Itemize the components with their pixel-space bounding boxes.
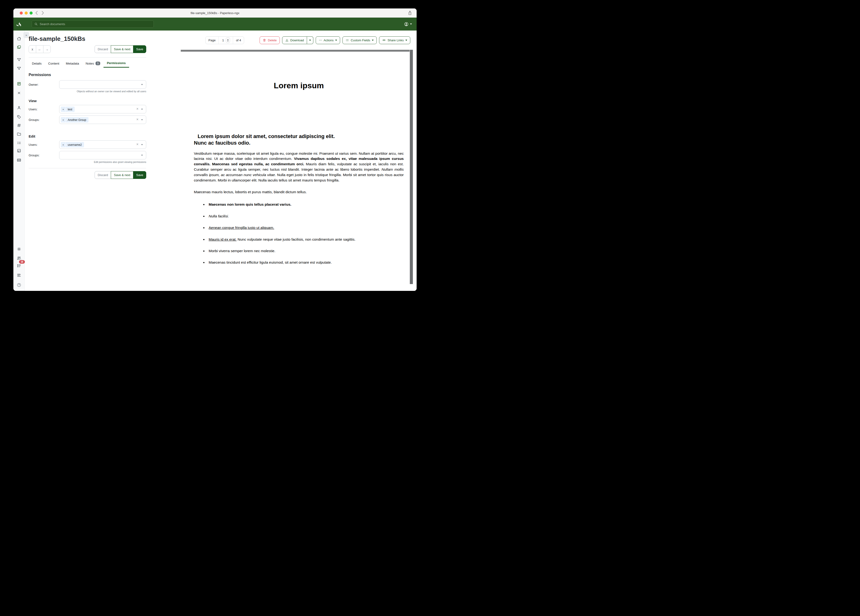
document-paragraph: Vestibulum neque massa, scelerisque sit … <box>194 151 404 183</box>
settings-icon[interactable] <box>17 247 21 251</box>
tab-permissions[interactable]: Permissions <box>104 60 129 68</box>
view-heading: View <box>29 99 146 103</box>
link-icon <box>382 38 386 42</box>
tab-metadata[interactable]: Metadata <box>63 60 82 68</box>
next-document-button[interactable]: → <box>43 45 51 53</box>
preview-column: Page of 4 Delete <box>181 30 417 291</box>
custom-fields-button[interactable]: Custom Fields <box>342 36 377 44</box>
sidebar-expand-button[interactable]: » <box>24 32 29 38</box>
search-bar <box>32 20 154 28</box>
minimize-window-button[interactable] <box>25 11 28 14</box>
edit-heading: Edit <box>29 134 146 138</box>
remove-chip-icon[interactable]: × <box>61 142 66 148</box>
clear-select-icon[interactable]: × <box>137 143 138 146</box>
viewer-scrollbar[interactable] <box>410 50 413 284</box>
view-users-label: Users: <box>29 107 59 111</box>
help-icon[interactable] <box>17 283 21 288</box>
download-icon <box>285 39 289 42</box>
discard-button[interactable]: Discard <box>94 45 111 53</box>
chevron-down-icon <box>141 144 143 145</box>
clear-select-icon[interactable]: × <box>137 107 138 111</box>
chevron-down-icon <box>141 84 143 85</box>
tasks-count-badge: 16 <box>19 260 25 264</box>
owner-select[interactable] <box>59 80 146 89</box>
custom-fields-icon[interactable] <box>17 141 21 145</box>
users-groups-icon[interactable] <box>17 256 21 260</box>
clear-select-icon[interactable]: × <box>137 118 138 121</box>
list-item: Morbi viverra semper lorem nec molestie. <box>207 248 404 253</box>
view-groups-select[interactable]: × Another Group × <box>59 115 146 124</box>
tab-content[interactable]: Content <box>45 60 63 68</box>
close-editor-button[interactable]: x <box>29 45 36 53</box>
edit-users-select[interactable]: × username2 × <box>59 140 146 149</box>
zoom-window-button[interactable] <box>30 11 33 14</box>
owner-label: Owner: <box>29 83 59 86</box>
share-links-button[interactable]: Share Links <box>379 36 410 44</box>
document-subheading: Lorem ipsum dolor sit amet, consectetur … <box>194 133 339 146</box>
search-icon <box>34 22 38 26</box>
save-next-button[interactable]: Save & next <box>111 45 133 53</box>
selected-user-chip: × username2 <box>61 142 84 148</box>
notes-count-badge: 5 <box>96 61 100 65</box>
owner-hint: Objects without an owner can be viewed a… <box>29 90 146 93</box>
page-navigation: Page of 4 <box>206 36 244 44</box>
remove-chip-icon[interactable]: × <box>61 107 66 112</box>
download-button[interactable]: Download <box>282 36 307 44</box>
list-item: Aenean congue fringilla justo ut aliquam… <box>207 225 404 230</box>
previous-document-button[interactable]: ← <box>36 45 44 53</box>
logs-icon[interactable] <box>17 273 21 278</box>
remove-chip-icon[interactable]: × <box>61 117 66 123</box>
correspondents-icon[interactable] <box>17 105 21 110</box>
chevron-down-icon <box>141 119 143 120</box>
selected-user-chip: × test <box>61 107 75 112</box>
selected-group-chip: × Another Group <box>61 117 88 123</box>
chevron-down-icon <box>141 155 143 156</box>
mail-icon[interactable] <box>17 158 21 162</box>
close-document-icon[interactable] <box>17 91 21 95</box>
tags-icon[interactable] <box>17 115 21 119</box>
discard-button[interactable]: Discard <box>94 171 111 179</box>
delete-button[interactable]: Delete <box>260 36 280 44</box>
search-input[interactable] <box>40 22 151 26</box>
download-split-button: Download <box>282 36 313 44</box>
documents-icon[interactable] <box>17 45 21 50</box>
app-window: file-sample_150kBs - Paperless-ngx » <box>13 8 417 291</box>
custom-fields-icon <box>345 39 349 42</box>
tasks-icon[interactable] <box>17 263 21 268</box>
home-icon[interactable] <box>17 36 21 41</box>
save-button[interactable]: Save <box>133 45 146 53</box>
paperless-logo-icon <box>13 21 25 27</box>
viewer-background <box>181 50 410 52</box>
files-icon[interactable] <box>17 148 21 153</box>
filter-icon[interactable] <box>17 66 21 71</box>
tab-details[interactable]: Details <box>29 60 45 68</box>
document-types-icon[interactable] <box>17 123 21 128</box>
pdf-viewer: Lorem ipsum Lorem ipsum dolor sit amet, … <box>181 50 417 291</box>
download-options-button[interactable] <box>307 36 313 44</box>
chevron-down-icon <box>410 24 412 25</box>
saved-views-icon[interactable] <box>17 58 21 62</box>
browser-back-icon[interactable] <box>35 11 38 15</box>
view-users-select[interactable]: × test × <box>59 105 146 113</box>
share-icon[interactable] <box>408 10 412 16</box>
save-button[interactable]: Save <box>133 171 146 179</box>
browser-forward-icon[interactable] <box>42 11 44 15</box>
chevron-down-icon <box>141 109 143 110</box>
actions-button[interactable]: Actions <box>316 36 341 44</box>
sidebar: 16 <box>13 30 25 291</box>
page-number-input[interactable] <box>221 39 224 42</box>
dots-icon <box>319 39 322 42</box>
permissions-heading: Permissions <box>29 73 146 77</box>
document-heading: Lorem ipsum <box>194 81 404 90</box>
close-window-button[interactable] <box>20 11 23 14</box>
page-stepper[interactable] <box>226 37 230 43</box>
trash-icon <box>263 39 266 42</box>
edit-groups-select[interactable] <box>59 151 146 159</box>
tab-notes[interactable]: Notes5 <box>82 60 104 68</box>
user-menu[interactable] <box>404 17 412 30</box>
document-bullet-list: Maecenas non lorem quis tellus placerat … <box>194 202 404 265</box>
storage-paths-icon[interactable] <box>17 132 21 137</box>
titlebar: file-sample_150kBs - Paperless-ngx <box>13 8 417 17</box>
open-document-icon[interactable] <box>17 82 21 86</box>
save-next-button[interactable]: Save & next <box>111 171 133 179</box>
